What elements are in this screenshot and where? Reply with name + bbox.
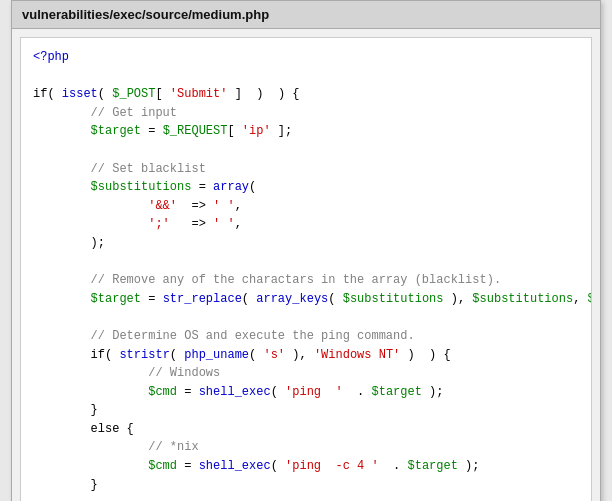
window-title: vulnerabilities/exec/source/medium.php	[22, 7, 269, 22]
title-bar: vulnerabilities/exec/source/medium.php	[12, 1, 600, 29]
code-block: <?php if( isset( $_POST[ 'Submit' ] ) ) …	[20, 37, 592, 501]
code-window: vulnerabilities/exec/source/medium.php <…	[11, 0, 601, 501]
